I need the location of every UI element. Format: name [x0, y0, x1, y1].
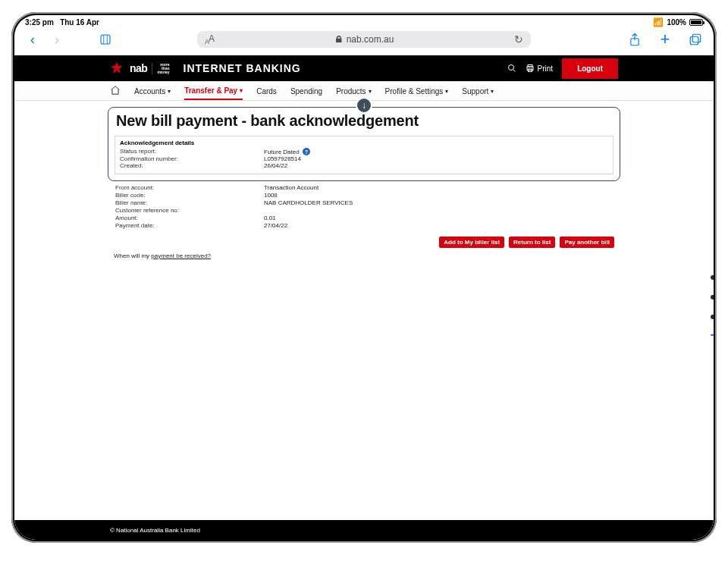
forward-button[interactable]: ›: [48, 32, 66, 48]
pay-another-bill-button[interactable]: Pay another bill: [560, 237, 614, 248]
ack-value: Future Dated ?: [264, 148, 310, 155]
detail-key: Biller code:: [115, 192, 264, 199]
detail-value: 27/04/22: [264, 222, 287, 229]
bank-header: nab more than money INTERNET BANKING: [14, 55, 714, 81]
share-button[interactable]: [626, 30, 644, 49]
search-button[interactable]: [507, 64, 516, 73]
svg-rect-0: [101, 35, 110, 44]
tab-label: Cards: [256, 87, 277, 96]
address-bar[interactable]: AAAA 🔒︎ nab.com.au ↻: [197, 31, 531, 48]
status-time: 3:25 pm: [25, 18, 54, 27]
wifi-icon: 📶: [653, 18, 664, 27]
acknowledgement-box: Acknowledgement details Status report: F…: [115, 136, 613, 174]
device-side-buttons: [711, 275, 714, 336]
lock-icon: 🔒︎: [334, 34, 344, 45]
detail-key: From account:: [115, 184, 264, 191]
print-button[interactable]: Print: [526, 64, 554, 73]
svg-rect-3: [690, 36, 698, 45]
svg-rect-2: [692, 34, 701, 42]
address-domain: nab.com.au: [347, 34, 394, 45]
add-to-biller-list-button[interactable]: Add to My biller list: [439, 237, 504, 248]
safari-toolbar: ‹ › AAAA 🔒︎ nab.com.au ↻ +: [14, 27, 714, 55]
page-title: New bill payment - bank acknowledgement: [116, 112, 620, 130]
battery-icon: [689, 19, 703, 26]
battery-pct: 100%: [667, 18, 686, 27]
help-prefix: When will my: [114, 252, 151, 259]
new-tab-button[interactable]: +: [656, 30, 674, 49]
back-button[interactable]: ‹: [24, 32, 42, 48]
detail-row: Customer reference no:: [115, 207, 614, 214]
detail-key: Biller name:: [115, 199, 264, 206]
tabs-button[interactable]: [686, 30, 704, 49]
chevron-down-icon: ▾: [445, 88, 448, 95]
ack-row: Created: 26/04/22: [120, 162, 608, 169]
ack-row: Status report: Future Dated ?: [120, 148, 608, 155]
scroll-down-badge[interactable]: ↓: [356, 97, 372, 114]
tab-cards[interactable]: Cards: [256, 83, 277, 99]
bookmarks-button[interactable]: [96, 33, 115, 46]
nab-star-icon: [110, 61, 124, 75]
detail-value: 1008: [264, 192, 278, 199]
page-footer: © National Australia Bank Limited: [14, 520, 714, 540]
ack-value: 26/04/22: [264, 162, 287, 169]
ack-key: Status report:: [120, 148, 264, 155]
detail-row: From account:Transaction Account: [115, 184, 614, 191]
detail-row: Payment date:27/04/22: [115, 222, 614, 229]
text-size-button[interactable]: AAAA: [205, 33, 214, 45]
ack-row: Confirmation number: L0597928514: [120, 155, 608, 162]
payment-received-link[interactable]: payment be received?: [151, 252, 211, 259]
detail-row: Amount:0.01: [115, 215, 614, 221]
detail-value: 0.01: [264, 215, 276, 221]
tab-profile-settings[interactable]: Profile & Settings ▾: [385, 83, 449, 99]
footer-text: © National Australia Bank Limited: [110, 527, 618, 534]
status-date: Thu 16 Apr: [60, 18, 99, 27]
detail-key: Customer reference no:: [115, 207, 264, 214]
detail-key: Payment date:: [115, 222, 264, 229]
tab-transfer-pay[interactable]: Transfer & Pay ▾: [184, 83, 243, 100]
tab-label: Profile & Settings: [385, 87, 444, 96]
ack-key: Created:: [120, 162, 264, 169]
detail-key: Amount:: [115, 215, 264, 221]
brand-name: nab: [130, 62, 147, 74]
svg-point-5: [508, 65, 513, 71]
info-icon[interactable]: ?: [303, 148, 310, 155]
tab-spending[interactable]: Spending: [290, 83, 322, 99]
reload-button[interactable]: ↻: [514, 33, 523, 45]
return-to-list-button[interactable]: Return to list: [509, 237, 555, 248]
action-buttons: Add to My biller list Return to list Pay…: [114, 237, 614, 248]
tab-label: Accounts: [134, 87, 165, 96]
detail-row: Biller name:NAB CARDHOLDER SERVICES: [115, 199, 614, 206]
detail-value: Transaction Account: [264, 184, 318, 191]
detail-value: NAB CARDHOLDER SERVICES: [264, 199, 353, 206]
svg-marker-4: [111, 62, 123, 74]
ipad-status-bar: 3:25 pm Thu 16 Apr 📶 100%: [14, 15, 714, 27]
payment-details: From account:Transaction Account Biller …: [115, 184, 614, 229]
help-line: When will my payment be received?: [114, 252, 614, 259]
chevron-down-icon: ▾: [168, 88, 171, 95]
ack-value: L0597928514: [264, 155, 301, 162]
tab-label: Spending: [290, 87, 322, 96]
tab-label: Products: [336, 87, 366, 96]
chevron-down-icon: ▾: [491, 88, 494, 95]
app-title: INTERNET BANKING: [184, 62, 301, 74]
tab-support[interactable]: Support ▾: [462, 83, 494, 99]
acknowledgement-highlight: New bill payment - bank acknowledgement …: [108, 107, 620, 181]
tab-label: Support: [462, 87, 488, 96]
chevron-down-icon: ▾: [240, 87, 243, 94]
logout-button[interactable]: Logout: [562, 58, 618, 79]
ack-heading: Acknowledgement details: [120, 139, 608, 146]
brand-tagline: more than money: [152, 63, 169, 74]
tab-accounts[interactable]: Accounts ▾: [134, 83, 171, 99]
ack-key: Confirmation number:: [120, 155, 264, 162]
detail-row: Biller code:1008: [115, 192, 614, 199]
home-icon[interactable]: [110, 85, 121, 98]
tab-label: Transfer & Pay: [184, 86, 237, 95]
chevron-down-icon: ▾: [369, 88, 372, 95]
